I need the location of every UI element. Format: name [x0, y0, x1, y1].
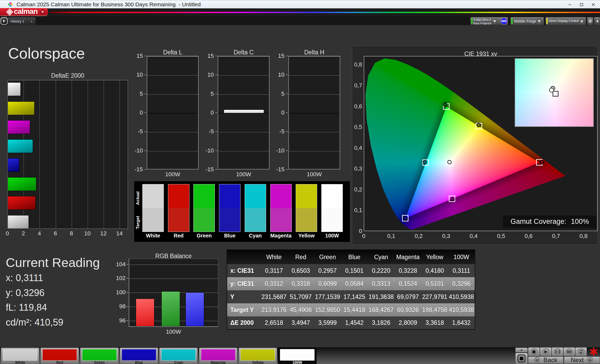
meter-separator — [499, 18, 499, 24]
loop-button-icon — [566, 348, 573, 355]
current-reading-fl: fL: 119,84 — [6, 302, 100, 317]
table-row: Target Y213,917645,4908152,985015,441816… — [227, 303, 475, 316]
range-button[interactable] — [552, 347, 563, 356]
stop-square-icon — [520, 357, 523, 360]
display-control-dropdown-arrow[interactable] — [579, 18, 585, 25]
rgb-tickmark — [126, 306, 128, 307]
delta_l-ytick: 5 — [127, 90, 143, 97]
collapse-panel-button[interactable] — [594, 17, 600, 25]
patch-button-blue[interactable]: Blue — [120, 348, 158, 364]
calman-logo-button[interactable]: calman — [0, 8, 48, 16]
patch-button-yellow[interactable]: Yellow — [238, 348, 277, 364]
source-status-stripe — [511, 18, 513, 24]
meter-selector[interactable]: X-Rite i1Pro 3 Rear Projector 665 — [470, 17, 508, 25]
calman-diamond-icon — [6, 9, 13, 15]
cie-ytick: 0,6 — [353, 103, 362, 110]
minimize-button[interactable] — [564, 0, 576, 9]
patch-label: Yellow — [239, 360, 277, 364]
table-cell: 0,3296 — [448, 277, 475, 290]
table-row-label: Target Y — [227, 303, 261, 316]
table-row: y: CIE310,33120,33180,60990,05840,33130,… — [227, 277, 475, 290]
settings-button[interactable] — [587, 17, 593, 25]
maximize-button[interactable] — [576, 0, 587, 9]
deltae-gridline — [40, 80, 40, 229]
cie-xtick: 0,2 — [411, 233, 427, 240]
table-row: ΔE 20002,65183,49473,59991,45423,18262,8… — [227, 316, 475, 329]
layout-nav-button[interactable] — [1, 17, 8, 25]
inset-target-square — [553, 91, 558, 96]
delta_l-gridline — [147, 75, 198, 76]
minimize-icon — [568, 3, 571, 6]
swatch-target — [219, 208, 240, 232]
source-dropdown-arrow[interactable] — [536, 18, 542, 24]
calman-menu-arrow[interactable] — [40, 9, 46, 15]
swatch-cyan — [245, 184, 266, 232]
display-control-selector[interactable]: Direct Display Control — [545, 17, 586, 25]
table-cell: 0,3312 — [261, 277, 287, 290]
delta_l-tickmark — [144, 131, 146, 132]
patch-label: 100W — [278, 360, 316, 364]
table-header-row: WhiteRedGreenBlueCyanMagentaYellow100W — [227, 250, 475, 264]
delta_l-plot — [147, 56, 199, 169]
stop-measurement-button[interactable] — [515, 353, 528, 364]
play-button[interactable] — [540, 347, 552, 356]
table-cell: 2,6518 — [261, 316, 287, 329]
swatch-yellow — [296, 184, 317, 232]
patch-button-100w[interactable]: 100W — [278, 348, 317, 364]
delta_h-gridline — [289, 132, 340, 132]
patch-button-red[interactable]: Red — [40, 348, 79, 364]
measurement-table-header: WhiteRedGreenBlueCyanMagentaYellow100W — [227, 250, 475, 264]
close-button[interactable] — [587, 0, 599, 9]
deltae-gridline — [120, 80, 120, 229]
next-button[interactable]: Next — [564, 356, 600, 364]
patch-button-white[interactable]: White — [1, 348, 40, 364]
cie-measured-magenta — [451, 197, 454, 201]
meter-dropdown-arrow[interactable] — [491, 18, 498, 24]
delta_c-ytick: -15 — [198, 166, 214, 173]
delta_l-tickmark — [144, 150, 146, 151]
add-tab-button[interactable]: + — [27, 17, 36, 25]
gamut-coverage-label: Gamut Coverage: — [511, 218, 566, 226]
meter-badge[interactable]: 665 — [501, 18, 507, 25]
swatch-white — [142, 184, 164, 232]
swatch-label: Yellow — [296, 233, 317, 239]
delta_h-plot — [288, 56, 340, 169]
delta_l-ytick: -15 — [127, 166, 143, 173]
refresh-button[interactable] — [575, 347, 587, 356]
tab-history-1[interactable]: History 1 — [8, 17, 27, 25]
table-cell: 17,1425 — [341, 290, 368, 303]
table-cell: 0,0584 — [341, 277, 368, 290]
swatch-100w — [321, 184, 343, 232]
loop-button[interactable] — [563, 347, 575, 356]
delta_c-tickmark — [215, 169, 217, 170]
patch-button-cyan[interactable]: Cyan — [159, 348, 198, 364]
stop-button[interactable] — [528, 347, 540, 356]
table-cell: 1,4542 — [341, 316, 368, 329]
patch-button-green[interactable]: Green — [80, 348, 119, 364]
back-button[interactable]: Back — [528, 356, 563, 364]
delta_l-gridline — [147, 132, 198, 132]
swatch-red — [168, 184, 189, 232]
delta_c-tickmark — [215, 112, 217, 113]
cie-xtick: 0,5 — [493, 233, 509, 240]
patch-button-magenta[interactable]: Magenta — [199, 348, 238, 364]
source-selector[interactable]: Mobile Forge — [510, 17, 544, 25]
rgb-gridline — [129, 265, 218, 265]
swatch-actual — [245, 184, 266, 208]
table-row-label: x: CIE31 — [227, 264, 261, 277]
expand-transport-button[interactable] — [515, 348, 528, 352]
swatch-actual — [219, 184, 240, 208]
swatch-column-white: White — [142, 184, 164, 239]
patch-label: Green — [80, 360, 119, 364]
swatch-column-green: Green — [193, 184, 215, 239]
swatch-actual — [271, 184, 291, 208]
delta_c-tickmark — [215, 94, 217, 94]
table-cell: 168,4267 — [368, 303, 394, 316]
swatch-blue — [219, 184, 240, 232]
close-icon — [592, 3, 595, 6]
cie-ytick: 0,2 — [353, 186, 362, 193]
delta_h-tickmark — [286, 56, 288, 56]
cie-xtick: 0,1 — [383, 233, 399, 240]
cie-ytick: 0,4 — [353, 145, 362, 151]
refresh-button-icon — [578, 348, 585, 355]
